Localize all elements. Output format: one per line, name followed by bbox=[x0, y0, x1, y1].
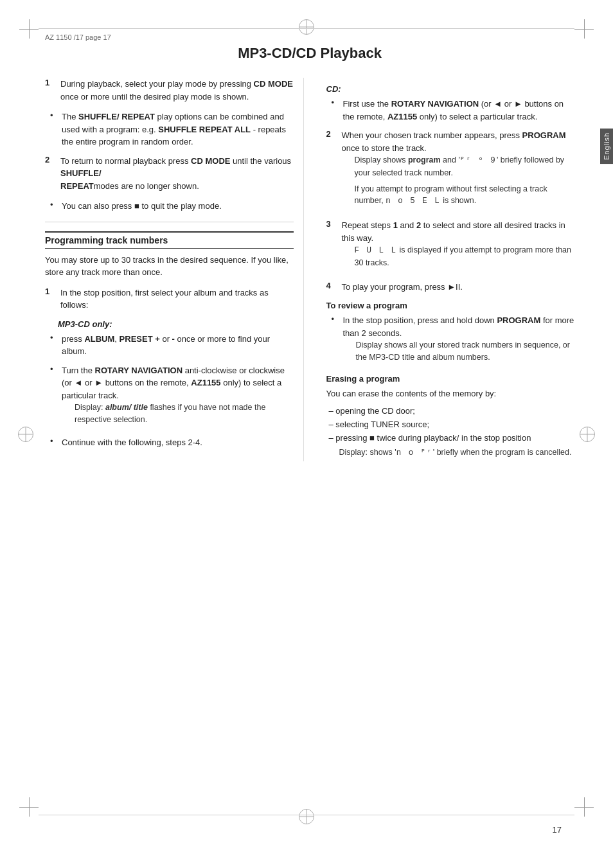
item-text: Repeat steps 1 and 2 to select and store… bbox=[342, 219, 575, 273]
list-item: 1 During playback, select your play mode… bbox=[45, 78, 294, 103]
bullet-symbol: • bbox=[332, 314, 338, 368]
crosshair-bottom bbox=[299, 809, 314, 824]
erase-intro: You can erase the contents of the memory… bbox=[326, 387, 575, 400]
item-text: In the stop position, first select your … bbox=[60, 287, 294, 312]
item-text: Turn the ROTARY NAVIGATION anti-clockwis… bbox=[62, 364, 294, 430]
item-text: During playback, select your play mode b… bbox=[60, 78, 294, 103]
reg-mark-top-left bbox=[19, 19, 39, 39]
page-header: AZ 1150 /17 page 17 bbox=[45, 33, 111, 41]
indent-text: Display: album/ title flashes if you hav… bbox=[62, 402, 294, 426]
section-intro: You may store up to 30 tracks in the des… bbox=[45, 254, 294, 279]
content-area: 1 During playback, select your play mode… bbox=[45, 78, 574, 461]
list-item: 1 In the stop position, first select you… bbox=[45, 287, 294, 312]
list-item: • The SHUFFLE/ REPEAT play options can b… bbox=[45, 111, 294, 148]
erase-heading: Erasing a program bbox=[326, 374, 575, 384]
erase-list: – opening the CD door; – selecting TUNER… bbox=[326, 405, 575, 445]
indent-text: If you attempt to program without first … bbox=[342, 183, 575, 208]
reg-mark-bottom-left bbox=[19, 797, 39, 817]
bullet-symbol: • bbox=[50, 200, 57, 213]
item-text: To play your program, press ►II. bbox=[342, 281, 575, 294]
item-number: 3 bbox=[326, 219, 337, 273]
crosshair-right bbox=[580, 427, 595, 442]
page-number: 17 bbox=[553, 825, 562, 835]
indent-text: Display shows all your stored track numb… bbox=[343, 339, 575, 364]
item-text: In the stop position, press and hold dow… bbox=[343, 314, 575, 368]
list-item: 3 Repeat steps 1 and 2 to select and sto… bbox=[326, 219, 575, 273]
list-item: • Continue with the following, steps 2-4… bbox=[45, 436, 294, 449]
review-heading: To review a program bbox=[326, 301, 575, 310]
item-text: First use the ROTARY NAVIGATION (or ◄ or… bbox=[343, 98, 575, 123]
item-text: The SHUFFLE/ REPEAT play options can be … bbox=[62, 111, 294, 148]
indent-text: Display shows program and 'ᴾʳ ᵒ 9' brief… bbox=[342, 154, 575, 179]
hline-bottom bbox=[39, 815, 574, 815]
left-column: 1 During playback, select your play mode… bbox=[45, 78, 304, 461]
cd-heading: CD: bbox=[326, 84, 575, 94]
sub-heading-mp3: MP3-CD only: bbox=[45, 319, 294, 329]
list-item: • In the stop position, press and hold d… bbox=[326, 314, 575, 368]
page-title: MP3-CD/CD Playback bbox=[45, 45, 574, 62]
hline-top bbox=[39, 28, 574, 29]
bullet-symbol: • bbox=[50, 333, 57, 358]
item-text: You can also press ■ to quit the play mo… bbox=[62, 200, 294, 213]
list-item: 4 To play your program, press ►II. bbox=[326, 281, 575, 294]
crosshair-left bbox=[18, 427, 33, 442]
item-text: To return to normal playback press CD MO… bbox=[60, 155, 294, 193]
indent-text: Display: shows 'n o ᴾʳ' briefly when the… bbox=[326, 447, 575, 457]
item-text: When your chosen track number appears, p… bbox=[342, 129, 575, 211]
list-item: • Turn the ROTARY NAVIGATION anti-clockw… bbox=[45, 364, 294, 430]
right-column: CD: • First use the ROTARY NAVIGATION (o… bbox=[323, 78, 575, 461]
divider bbox=[45, 222, 294, 222]
reg-mark-top-right bbox=[574, 19, 594, 39]
reg-mark-bottom-right bbox=[574, 797, 594, 817]
list-item: • press ALBUM, PRESET + or - once or mor… bbox=[45, 333, 294, 358]
list-item: 2 When your chosen track number appears,… bbox=[326, 129, 575, 211]
bullet-symbol: • bbox=[332, 98, 338, 123]
list-item: 2 To return to normal playback press CD … bbox=[45, 155, 294, 193]
item-text: press ALBUM, PRESET + or - once or more … bbox=[62, 333, 294, 358]
item-number: 2 bbox=[45, 155, 55, 193]
item-text: Continue with the following, steps 2-4. bbox=[62, 436, 294, 449]
indent-text: F U L L is displayed if you attempt to p… bbox=[342, 244, 575, 269]
item-number: 1 bbox=[45, 78, 55, 103]
bullet-symbol: • bbox=[50, 436, 57, 449]
bullet-symbol: • bbox=[50, 364, 57, 430]
item-number: 1 bbox=[45, 287, 55, 312]
section-heading: Programming track numbers bbox=[45, 231, 294, 249]
item-number: 2 bbox=[326, 129, 337, 211]
list-item: • First use the ROTARY NAVIGATION (or ◄ … bbox=[326, 98, 575, 123]
english-tab: English bbox=[600, 128, 613, 164]
bullet-symbol: • bbox=[50, 111, 57, 148]
item-number: 4 bbox=[326, 281, 337, 294]
crosshair-top bbox=[299, 19, 314, 35]
list-item: • You can also press ■ to quit the play … bbox=[45, 200, 294, 213]
